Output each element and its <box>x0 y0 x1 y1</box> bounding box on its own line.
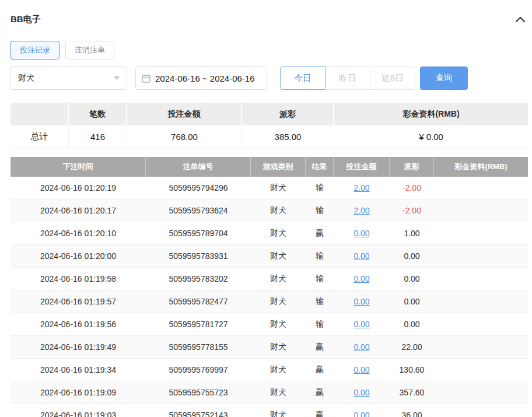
quick-date-group: 今日 昨日 近8日 <box>280 66 415 90</box>
cell-bet-time: 2024-06-16 01:20:17 <box>10 199 146 222</box>
summary-total-bet-amount: 768.00 <box>127 125 242 148</box>
summary-total-row: 总计 416 768.00 385.00 ¥ 0.00 <box>10 125 528 148</box>
cell-game-type: 财犬 <box>251 177 306 199</box>
bet-amount-link[interactable]: 0.00 <box>354 251 369 261</box>
cell-order-id: 5059595781727 <box>146 313 251 335</box>
tab-cancelled-orders[interactable]: 连消注单 <box>65 41 114 59</box>
cell-result: 输 <box>306 177 334 199</box>
cell-bet-amount: 0.00 <box>334 359 390 381</box>
table-row: 2024-06-16 01:20:17 5059595793624 财犬 输 2… <box>10 199 528 222</box>
col-header-game-type: 游戏类别 <box>251 157 306 177</box>
cell-result: 赢 <box>306 381 334 404</box>
cell-bet-time: 2024-06-16 01:19:03 <box>10 404 146 417</box>
cell-order-id: 5059595783202 <box>146 268 251 290</box>
search-button[interactable]: 查询 <box>420 66 468 90</box>
cell-payout: 1.00 <box>390 222 434 244</box>
cell-order-id: 5059595783931 <box>146 245 251 267</box>
collapse-button[interactable] <box>514 13 527 26</box>
cell-bet-amount: 0.00 <box>334 222 390 244</box>
cell-payout: 0.00 <box>390 268 434 290</box>
bet-amount-link[interactable]: 2.00 <box>354 206 369 215</box>
cell-payout: 0.00 <box>390 245 434 267</box>
table-row: 2024-06-16 01:19:58 5059595783202 财犬 输 0… <box>10 268 528 290</box>
quick-last-8-days-button[interactable]: 近8日 <box>370 66 415 90</box>
bet-amount-link[interactable]: 0.00 <box>354 274 369 283</box>
summary-header-count: 笔数 <box>69 103 127 125</box>
col-header-bet-time: 下注时间 <box>10 157 146 177</box>
date-range-value: 2024-06-16 ~ 2024-06-16 <box>155 73 255 83</box>
cell-payout: -2.00 <box>390 177 434 199</box>
bet-table: 下注时间 注单编号 游戏类别 结果 投注金额 派彩 彩金资料(RMB) 2024… <box>10 157 528 417</box>
cell-bonus <box>434 245 528 267</box>
cell-bonus <box>434 359 528 381</box>
cell-bet-amount: 0.00 <box>334 336 390 358</box>
cell-result: 赢 <box>306 359 334 381</box>
game-select[interactable]: 财犬 <box>10 66 127 90</box>
cell-payout: 22.00 <box>390 336 434 358</box>
cell-payout: -2.00 <box>390 199 434 222</box>
table-row: 2024-06-16 01:19:56 5059595781727 财犬 输 0… <box>10 313 528 336</box>
cell-payout: 0.00 <box>390 313 434 335</box>
cell-bet-time: 2024-06-16 01:19:57 <box>10 290 146 313</box>
cell-bet-amount: 0.00 <box>334 268 390 290</box>
cell-bet-time: 2024-06-16 01:19:49 <box>10 336 146 358</box>
cell-result: 输 <box>306 313 334 335</box>
quick-today-button[interactable]: 今日 <box>280 66 326 90</box>
cell-result: 赢 <box>306 404 334 417</box>
cell-bet-time: 2024-06-16 01:19:34 <box>10 359 146 381</box>
cell-bonus <box>434 404 528 417</box>
summary-header-bet-amount: 投注金额 <box>127 103 242 125</box>
summary-total-bonus: ¥ 0.00 <box>334 125 528 148</box>
cell-game-type: 财犬 <box>251 381 306 404</box>
cell-order-id: 5059595789704 <box>146 222 251 244</box>
cell-result: 输 <box>306 268 334 290</box>
summary-table: 笔数 投注金额 派彩 彩金资料(RMB) 总计 416 768.00 385.0… <box>10 103 528 148</box>
table-row: 2024-06-16 01:19:03 5059595752143 财犬 赢 0… <box>10 404 528 417</box>
bet-amount-link[interactable]: 0.00 <box>354 297 369 306</box>
cell-bet-amount: 0.00 <box>334 313 390 335</box>
cell-payout: 357.60 <box>390 381 434 404</box>
table-row: 2024-06-16 01:19:09 5059595755723 财犬 赢 0… <box>10 381 528 404</box>
table-row: 2024-06-16 01:19:49 5059595778155 财犬 赢 0… <box>10 336 528 359</box>
bet-amount-link[interactable]: 0.00 <box>354 388 369 397</box>
cell-order-id: 5059595755723 <box>146 381 251 404</box>
cell-game-type: 财犬 <box>251 268 306 290</box>
table-row: 2024-06-16 01:19:34 5059595769997 财犬 赢 0… <box>10 359 528 381</box>
bet-amount-link[interactable]: 0.00 <box>354 342 369 352</box>
cell-game-type: 财犬 <box>251 404 306 417</box>
cell-payout: 0.00 <box>390 290 434 313</box>
bet-amount-link[interactable]: 0.00 <box>354 229 369 238</box>
cell-order-id: 5059595769997 <box>146 359 251 381</box>
tab-bet-records[interactable]: 投注记录 <box>10 41 60 59</box>
date-range-input[interactable]: 2024-06-16 ~ 2024-06-16 <box>135 66 267 90</box>
cell-bet-amount: 0.00 <box>334 245 390 267</box>
cell-bet-time: 2024-06-16 01:19:58 <box>10 268 146 290</box>
bet-table-body: 2024-06-16 01:20:19 5059595794296 财犬 输 2… <box>10 177 528 417</box>
bet-table-header: 下注时间 注单编号 游戏类别 结果 投注金额 派彩 彩金资料(RMB) <box>10 157 528 177</box>
chevron-down-icon <box>114 76 120 80</box>
quick-yesterday-button[interactable]: 昨日 <box>325 66 370 90</box>
summary-header-payout: 派彩 <box>242 103 334 125</box>
cell-bet-time: 2024-06-16 01:19:56 <box>10 313 146 335</box>
cell-bonus <box>434 290 528 313</box>
bet-amount-link[interactable]: 0.00 <box>354 320 369 329</box>
cell-bet-time: 2024-06-16 01:20:10 <box>10 222 146 244</box>
cell-game-type: 财犬 <box>251 313 306 335</box>
cell-order-id: 5059595778155 <box>146 336 251 358</box>
table-row: 2024-06-16 01:19:57 5059595782477 财犬 输 0… <box>10 290 528 313</box>
summary-total-payout: 385.00 <box>242 125 334 148</box>
cell-bet-time: 2024-06-16 01:20:00 <box>10 245 146 267</box>
bet-amount-link[interactable]: 0.00 <box>354 411 369 417</box>
cell-bonus <box>434 381 528 404</box>
bet-amount-link[interactable]: 0.00 <box>354 365 369 374</box>
cell-game-type: 财犬 <box>251 222 306 244</box>
cell-bonus <box>434 336 528 358</box>
cell-payout: 130.60 <box>390 359 434 381</box>
cell-game-type: 财犬 <box>251 336 306 358</box>
summary-header-bonus: 彩金资料(RMB) <box>334 103 528 125</box>
bet-amount-link[interactable]: 2.00 <box>354 183 369 192</box>
cell-result: 赢 <box>306 222 334 244</box>
filters-bar: 财犬 2024-06-16 ~ 2024-06-16 今日 昨日 近8日 查询 <box>10 66 528 90</box>
cell-bet-amount: 0.00 <box>334 404 390 417</box>
col-header-result: 结果 <box>306 157 334 177</box>
